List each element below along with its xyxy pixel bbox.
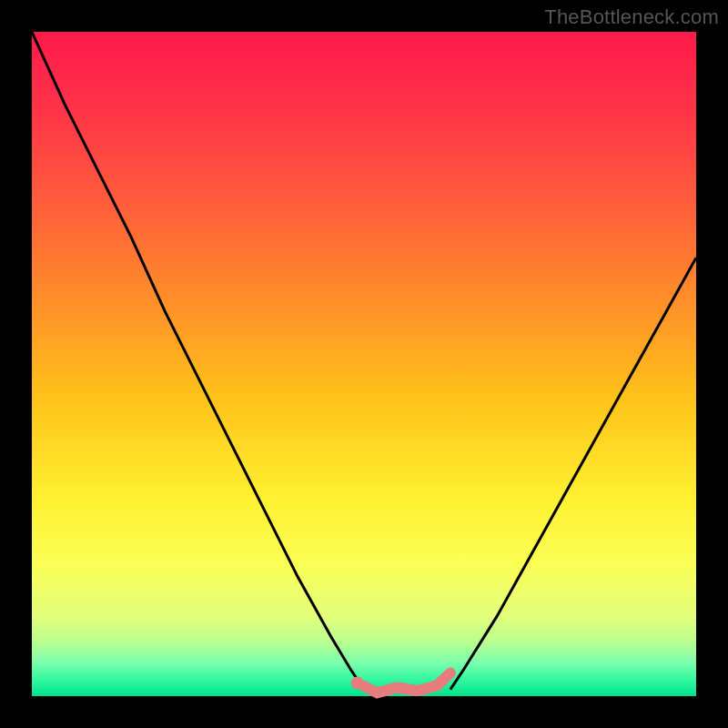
watermark-text: TheBottleneck.com (544, 5, 719, 29)
bottleneck-curve (32, 32, 696, 696)
plot-frame (32, 32, 696, 696)
